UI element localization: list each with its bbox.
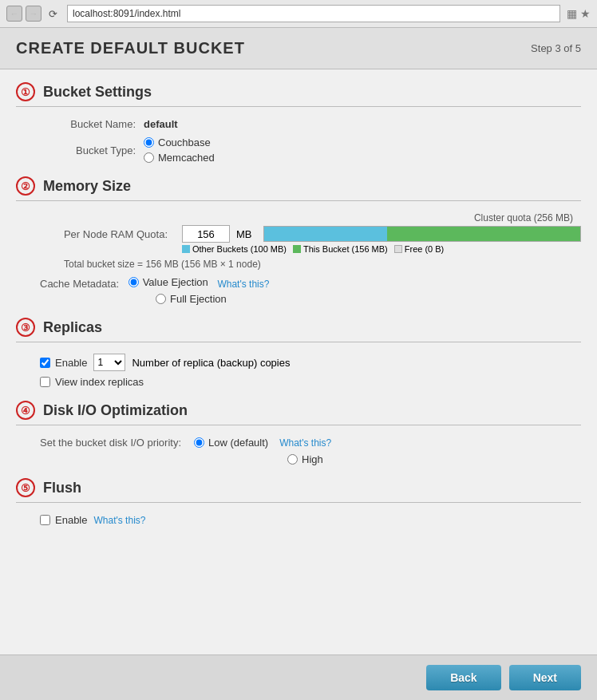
bucket-type-couchbase[interactable]: Couchbase: [144, 136, 215, 148]
disk-io-high[interactable]: High: [287, 453, 323, 465]
disk-io-row: Set the bucket disk I/O priority: Low (d…: [16, 437, 581, 449]
cache-full-ejection-label: Full Ejection: [170, 293, 227, 305]
section-title-2: Memory Size: [43, 178, 131, 195]
refresh-button[interactable]: ⟳: [45, 6, 61, 22]
cache-full-ejection-row: Full Ejection: [16, 293, 581, 305]
legend-dot-green: [293, 245, 301, 253]
disk-io-low-radio[interactable]: [194, 437, 204, 448]
legend-dot-blue: [182, 245, 190, 253]
bucket-type-memcached-label: Memcached: [158, 152, 215, 164]
section-header-flush: ⑤ Flush: [16, 478, 581, 503]
forward-nav-button[interactable]: →: [26, 6, 42, 22]
cache-whats-this-link[interactable]: What's this?: [217, 279, 269, 290]
legend-this-bucket: This Bucket (156 MB): [293, 244, 388, 254]
per-node-label: Per Node RAM Quota:: [40, 228, 168, 240]
disk-io-high-radio[interactable]: [287, 454, 298, 465]
ram-unit: MB: [236, 228, 252, 240]
disk-io-low[interactable]: Low (default): [194, 437, 268, 449]
section-title-1: Bucket Settings: [43, 84, 152, 101]
section-replicas: ③ Replicas Enable 1 2 3 Number of replic…: [16, 318, 581, 388]
bucket-type-row: Bucket Type: Couchbase Memcached: [16, 136, 581, 164]
ram-row: Per Node RAM Quota: MB: [16, 225, 581, 243]
main-content: ① Bucket Settings Bucket Name: default B…: [0, 69, 597, 700]
flush-enable-label: Enable: [55, 514, 87, 526]
disk-io-high-row: High: [16, 453, 581, 465]
address-bar[interactable]: [67, 5, 560, 22]
legend-dot-gray: [394, 245, 402, 253]
section-title-3: Replicas: [43, 319, 102, 336]
cache-metadata-row: Cache Metadata: Value Ejection What's th…: [16, 276, 581, 290]
flush-enable-row: Enable What's this?: [16, 514, 581, 526]
bucket-type-memcached[interactable]: Memcached: [144, 152, 215, 164]
cache-full-ejection[interactable]: Full Ejection: [156, 293, 581, 305]
progress-this-bucket: [387, 227, 580, 241]
back-nav-button[interactable]: ←: [6, 6, 22, 22]
cache-full-ejection-radio[interactable]: [156, 294, 166, 304]
footer: Back Next: [0, 655, 597, 700]
replica-count-select[interactable]: 1 2 3: [93, 354, 125, 371]
step-indicator: Step 3 of 5: [531, 42, 581, 54]
bucket-type-radio-group: Couchbase Memcached: [144, 136, 215, 164]
flush-whats-this-link[interactable]: What's this?: [93, 515, 145, 526]
next-button[interactable]: Next: [509, 665, 581, 690]
progress-legend: Other Buckets (100 MB) This Bucket (156 …: [16, 244, 581, 254]
legend-this-label: This Bucket (156 MB): [303, 244, 388, 254]
view-index-checkbox[interactable]: [40, 377, 50, 387]
section-bucket-settings: ① Bucket Settings Bucket Name: default B…: [16, 82, 581, 164]
replicas-enable-checkbox[interactable]: [40, 358, 50, 368]
bucket-name-row: Bucket Name: default: [16, 118, 581, 130]
cache-metadata-label: Cache Metadata:: [40, 278, 119, 290]
ram-input[interactable]: [182, 225, 230, 243]
flush-enable-checkbox-label[interactable]: Enable: [40, 514, 87, 526]
section-number-1: ①: [16, 82, 35, 101]
replicas-enable-checkbox-label[interactable]: Enable: [40, 357, 87, 369]
page-title: CREATE DEFAULT BUCKET: [16, 39, 245, 57]
section-number-5: ⑤: [16, 478, 35, 497]
cache-value-ejection-radio[interactable]: [128, 277, 139, 287]
disk-io-low-label: Low (default): [208, 437, 268, 449]
disk-io-whats-this-link[interactable]: What's this?: [279, 437, 331, 449]
section-header-memory: ② Memory Size: [16, 176, 581, 201]
browser-icon-1: ▦: [567, 7, 577, 20]
section-title-4: Disk I/O Optimization: [43, 402, 188, 419]
section-flush: ⑤ Flush Enable What's this?: [16, 478, 581, 526]
replicas-enable-row: Enable 1 2 3 Number of replica (backup) …: [16, 354, 581, 371]
section-header-bucket-settings: ① Bucket Settings: [16, 82, 581, 107]
back-button[interactable]: Back: [426, 665, 500, 690]
cluster-quota-label: Cluster quota (256 MB): [16, 212, 581, 223]
flush-enable-checkbox[interactable]: [40, 515, 50, 525]
legend-other-label: Other Buckets (100 MB): [192, 244, 287, 254]
bucket-name-value: default: [144, 118, 178, 130]
view-index-row: View index replicas: [16, 376, 581, 388]
bucket-type-label: Bucket Type:: [40, 144, 136, 156]
section-number-3: ③: [16, 318, 35, 337]
view-index-label: View index replicas: [55, 376, 144, 388]
replicas-enable-label: Enable: [55, 357, 87, 369]
page-header: CREATE DEFAULT BUCKET Step 3 of 5: [0, 28, 597, 69]
legend-free: Free (0 B): [394, 244, 445, 254]
section-number-4: ④: [16, 401, 35, 420]
section-disk-io: ④ Disk I/O Optimization Set the bucket d…: [16, 401, 581, 465]
section-memory-size: ② Memory Size Cluster quota (256 MB) Per…: [16, 176, 581, 305]
memory-progress-bar: [263, 226, 582, 242]
legend-other-buckets: Other Buckets (100 MB): [182, 244, 287, 254]
cache-value-ejection[interactable]: Value Ejection: [128, 276, 208, 288]
progress-other-buckets: [264, 227, 388, 241]
disk-io-set-label: Set the bucket disk I/O priority:: [40, 437, 181, 449]
replica-description: Number of replica (backup) copies: [132, 357, 290, 369]
bucket-type-memcached-radio[interactable]: [144, 152, 154, 163]
section-header-disk-io: ④ Disk I/O Optimization: [16, 401, 581, 425]
browser-icon-2: ★: [580, 7, 591, 20]
legend-free-label: Free (0 B): [405, 244, 445, 254]
total-size-text: Total bucket size = 156 MB (156 MB × 1 n…: [16, 259, 581, 270]
section-title-5: Flush: [43, 480, 81, 496]
view-index-checkbox-label[interactable]: View index replicas: [40, 376, 144, 388]
bucket-name-label: Bucket Name:: [40, 118, 136, 130]
bucket-type-couchbase-label: Couchbase: [158, 136, 211, 148]
bucket-type-couchbase-radio[interactable]: [144, 137, 154, 148]
browser-chrome: ← → ⟳ ▦ ★: [0, 0, 597, 28]
disk-io-high-label: High: [302, 453, 323, 465]
cache-value-ejection-label: Value Ejection: [143, 276, 208, 288]
section-header-replicas: ③ Replicas: [16, 318, 581, 342]
section-number-2: ②: [16, 176, 35, 196]
